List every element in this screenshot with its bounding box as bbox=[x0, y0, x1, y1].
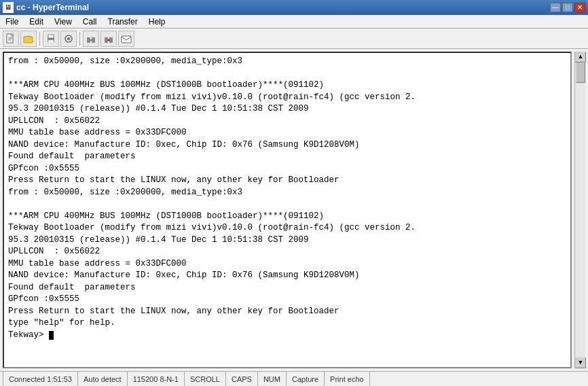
disconnect-button[interactable] bbox=[100, 31, 117, 47]
title-bar-left: 🖥 cc - HyperTerminal bbox=[3, 2, 89, 13]
baud-rate-status: 115200 8-N-1 bbox=[128, 372, 185, 386]
menu-call[interactable]: Call bbox=[77, 15, 103, 28]
toolbar bbox=[0, 29, 588, 49]
num-status: NUM bbox=[258, 372, 287, 386]
title-bar: 🖥 cc - HyperTerminal — □ ✕ bbox=[0, 0, 588, 15]
svg-rect-17 bbox=[122, 36, 131, 43]
menu-bar: File Edit View Call Transfer Help bbox=[0, 15, 588, 29]
scroll-up-button[interactable]: ▲ bbox=[575, 52, 586, 63]
menu-view[interactable]: View bbox=[49, 15, 77, 28]
svg-rect-7 bbox=[48, 40, 54, 43]
properties-button[interactable] bbox=[60, 31, 77, 47]
svg-point-9 bbox=[67, 37, 70, 40]
status-bar: Connected 1:51:53 Auto detect 115200 8-N… bbox=[0, 371, 588, 386]
terminal-output[interactable]: from : 0x50000, size :0x200000, media_ty… bbox=[3, 52, 572, 368]
print-button[interactable] bbox=[43, 31, 59, 47]
new-button[interactable] bbox=[3, 31, 19, 47]
send-button[interactable] bbox=[118, 31, 134, 47]
main-content: from : 0x50000, size :0x200000, media_ty… bbox=[0, 49, 588, 371]
menu-help[interactable]: Help bbox=[143, 15, 171, 28]
toolbar-separator-1 bbox=[39, 32, 40, 46]
caps-status: CAPS bbox=[226, 372, 258, 386]
scroll-down-button[interactable]: ▼ bbox=[575, 357, 586, 368]
scrollbar[interactable]: ▲ ▼ bbox=[574, 52, 585, 368]
auto-detect-status: Auto detect bbox=[78, 372, 128, 386]
app-icon: 🖥 bbox=[3, 2, 14, 13]
menu-transfer[interactable]: Transfer bbox=[103, 15, 143, 28]
scrollbar-thumb[interactable] bbox=[576, 63, 585, 83]
print-echo-status: Print echo bbox=[325, 372, 370, 386]
close-button[interactable]: ✕ bbox=[574, 3, 585, 12]
svg-rect-6 bbox=[48, 35, 54, 38]
title-buttons[interactable]: — □ ✕ bbox=[550, 3, 585, 12]
connection-status: Connected 1:51:53 bbox=[3, 372, 78, 386]
maximize-button[interactable]: □ bbox=[562, 3, 573, 12]
svg-rect-10 bbox=[87, 37, 90, 43]
menu-edit[interactable]: Edit bbox=[24, 15, 49, 28]
svg-rect-11 bbox=[92, 37, 95, 43]
window-title: cc - HyperTerminal bbox=[16, 3, 89, 12]
svg-rect-14 bbox=[109, 37, 113, 43]
connect-button[interactable] bbox=[83, 31, 99, 47]
minimize-button[interactable]: — bbox=[550, 3, 561, 12]
scrollbar-track[interactable] bbox=[575, 63, 585, 357]
capture-status: Capture bbox=[287, 372, 325, 386]
menu-file[interactable]: File bbox=[0, 15, 24, 28]
open-button[interactable] bbox=[20, 31, 37, 47]
toolbar-separator-2 bbox=[79, 32, 80, 46]
svg-rect-13 bbox=[105, 37, 108, 43]
scroll-status: SCROLL bbox=[185, 372, 226, 386]
